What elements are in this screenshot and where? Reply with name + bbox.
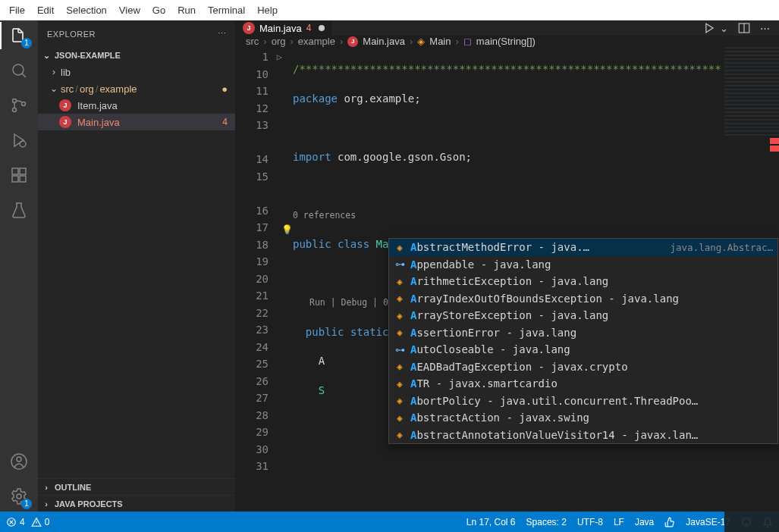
- chevron-right-icon: ›: [41, 499, 52, 509]
- split-editor-icon[interactable]: [737, 21, 751, 35]
- tree-file-main-java[interactable]: J Main.java 4: [38, 114, 235, 130]
- outline-header[interactable]: › OUTLINE: [38, 478, 235, 495]
- tree-file-item-java[interactable]: J Item.java: [38, 97, 235, 114]
- suggest-item[interactable]: ◈ATR - javax.smartcardio: [389, 375, 777, 393]
- suggest-label: ArithmeticException - java.lang: [410, 275, 608, 287]
- menu-selection[interactable]: Selection: [60, 0, 112, 20]
- code-area[interactable]: /***************************************…: [284, 47, 779, 532]
- sidebar: EXPLORER ⋯ ⌄ JSON-EXAMPLE › lib ⌄ src/or…: [38, 20, 235, 512]
- project-header[interactable]: ⌄ JSON-EXAMPLE: [38, 47, 235, 64]
- line-number: 26: [235, 373, 284, 390]
- error-marker: [770, 138, 779, 144]
- suggest-item[interactable]: ◈AbstractAction - javax.swing: [389, 409, 777, 427]
- tree-label: lib: [61, 67, 71, 78]
- class-symbol-icon: ◈: [394, 310, 406, 321]
- breadcrumb-item[interactable]: org: [272, 36, 286, 47]
- settings-gear-icon[interactable]: 1: [8, 486, 30, 507]
- chevron-down-icon: ⌄: [49, 83, 59, 94]
- java-projects-header[interactable]: › JAVA PROJECTS: [38, 495, 235, 512]
- gutter: 1 10 11 12 13 14 15 16 17 18 19 20 21 22…: [235, 47, 284, 532]
- source-control-icon[interactable]: [8, 95, 30, 116]
- menu-go[interactable]: Go: [146, 0, 171, 20]
- suggest-label: AssertionError - java.lang: [410, 327, 576, 339]
- menu-view[interactable]: View: [113, 0, 146, 20]
- line-number: 20: [235, 271, 284, 288]
- breadcrumb-item[interactable]: main(String[]): [476, 36, 536, 47]
- chevron-right-icon: ›: [49, 67, 59, 77]
- java-file-icon: J: [59, 116, 71, 128]
- tree-label: src/org/example: [61, 83, 137, 95]
- menu-edit[interactable]: Edit: [31, 0, 60, 20]
- suggest-item[interactable]: ◈ArithmeticException - java.lang: [389, 273, 777, 290]
- line-number: 29: [235, 424, 284, 441]
- tabs-bar: J Main.java 4 ⌄ ⋯: [235, 20, 779, 36]
- class-symbol-icon: ◈: [417, 36, 425, 47]
- suggest-widget[interactable]: ◈AbstractMethodError - java.…java.lang.A…: [388, 238, 778, 444]
- line-number: 18: [235, 236, 284, 254]
- editor-more-icon[interactable]: ⋯: [760, 23, 770, 34]
- tree-label: Main.java: [77, 117, 120, 128]
- suggest-label: AbstractMethodError - java.…: [410, 241, 589, 253]
- interface-symbol-icon: ⊶: [394, 344, 406, 355]
- suggest-item[interactable]: ◈AbstractMethodError - java.…java.lang.A…: [389, 239, 777, 256]
- sidebar-more-icon[interactable]: ⋯: [218, 29, 227, 39]
- run-editor-icon[interactable]: [702, 20, 717, 36]
- svg-point-11: [17, 494, 21, 499]
- status-errors[interactable]: 4: [6, 517, 25, 527]
- tab-error-count: 4: [306, 23, 312, 33]
- suggest-item[interactable]: ◈AbortPolicy - java.util.concurrent.Thre…: [389, 393, 777, 410]
- project-name: JSON-EXAMPLE: [55, 51, 121, 60]
- breadcrumbs[interactable]: src› org› example› J Main.java› ◈ Main› …: [235, 36, 779, 47]
- run-dropdown-icon[interactable]: ⌄: [720, 23, 728, 34]
- line-number: 24: [235, 339, 284, 356]
- line-number: 10: [235, 66, 284, 83]
- svg-point-1: [13, 99, 17, 103]
- breadcrumb-item[interactable]: Main: [429, 36, 451, 47]
- suggest-item[interactable]: ◈ArrayIndexOutOfBoundsException - java.l…: [389, 290, 777, 308]
- error-marker: [770, 146, 779, 152]
- codelens-references[interactable]: 0 references: [284, 207, 779, 224]
- breadcrumb-item[interactable]: example: [298, 36, 335, 47]
- tree-label: Item.java: [77, 100, 118, 111]
- suggest-item[interactable]: ⊶AutoCloseable - java.lang: [389, 341, 777, 358]
- class-symbol-icon: ◈: [394, 395, 406, 406]
- interface-symbol-icon: ⊶: [394, 258, 406, 270]
- line-number: 15: [235, 168, 284, 186]
- line-number: 31: [235, 458, 284, 475]
- class-symbol-icon: ◈: [394, 361, 406, 372]
- tab-main-java[interactable]: J Main.java 4: [235, 20, 333, 36]
- suggest-label: ATR - javax.smartcardio: [410, 377, 558, 390]
- menu-help[interactable]: Help: [251, 0, 284, 20]
- menu-run[interactable]: Run: [171, 0, 202, 20]
- chevron-right-icon: ›: [41, 483, 52, 492]
- class-symbol-icon: ◈: [394, 242, 406, 253]
- line-number: 25: [235, 355, 284, 373]
- svg-point-4: [20, 141, 26, 147]
- breadcrumb-item[interactable]: src: [246, 36, 259, 47]
- testing-icon[interactable]: [8, 199, 30, 221]
- class-symbol-icon: ◈: [394, 412, 406, 424]
- status-warnings[interactable]: 0: [31, 517, 50, 527]
- tree-folder-lib[interactable]: › lib: [38, 64, 235, 80]
- svg-rect-5: [12, 168, 18, 174]
- run-debug-icon[interactable]: [8, 130, 30, 151]
- suggest-item[interactable]: ◈AbstractAnnotationValueVisitor14 - java…: [389, 427, 777, 444]
- editor[interactable]: 1 10 11 12 13 14 15 16 17 18 19 20 21 22…: [235, 47, 779, 532]
- accounts-icon[interactable]: [8, 451, 30, 472]
- status-warning-count: 0: [45, 517, 50, 527]
- explorer-icon[interactable]: 1: [8, 25, 30, 46]
- search-icon[interactable]: [8, 60, 30, 81]
- suggest-item[interactable]: ◈ArrayStoreException - java.lang: [389, 307, 777, 324]
- suggest-label: AEADBadTagException - javax.crypto: [410, 361, 628, 373]
- suggest-item[interactable]: ⊶Appendable - java.lang: [389, 256, 777, 274]
- suggest-label: AbortPolicy - java.util.concurrent.Threa…: [410, 395, 698, 407]
- suggest-item[interactable]: ◈AEADBadTagException - javax.crypto: [389, 358, 777, 376]
- menu-file[interactable]: File: [3, 0, 31, 20]
- extensions-icon[interactable]: [8, 164, 30, 186]
- tree-folder-src-org-example[interactable]: ⌄ src/org/example ●: [38, 80, 235, 97]
- menu-terminal[interactable]: Terminal: [202, 0, 251, 20]
- modified-dot-icon: ●: [221, 83, 228, 95]
- suggest-item[interactable]: ◈AssertionError - java.lang: [389, 324, 777, 342]
- breadcrumb-item[interactable]: Main.java: [363, 36, 405, 47]
- class-symbol-icon: ◈: [394, 378, 406, 390]
